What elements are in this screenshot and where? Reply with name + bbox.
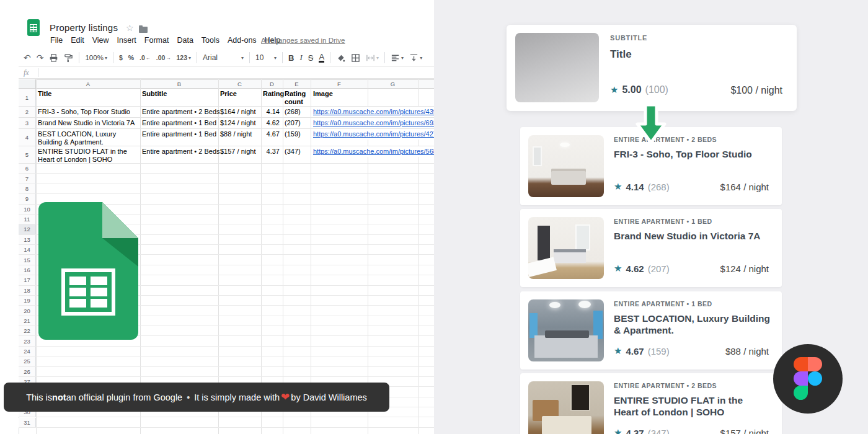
row-header[interactable]: 16 [19,265,36,275]
row-header[interactable]: 9 [19,194,36,203]
format-currency-button[interactable]: $ [119,54,123,61]
cell-subtitle[interactable]: Entire apartment • 1 Bed [140,118,218,128]
row-header[interactable]: 5 [19,146,36,163]
row-header[interactable]: 24 [19,347,36,356]
number-format-menu[interactable]: 123▾ [176,54,191,61]
print-button[interactable] [49,53,58,63]
row-header[interactable]: 19 [19,296,36,305]
col-header-c[interactable]: C [218,80,261,89]
row-header[interactable]: 23 [19,336,36,345]
increase-decimal-button[interactable]: .00→ [156,54,171,61]
cell-price[interactable]: $164 / night [218,107,261,117]
cell-rating[interactable]: 4.67 [261,129,281,140]
cell-image-link[interactable]: https://a0.muscache.com/im/pictures/4274… [311,129,434,140]
menu-tools[interactable]: Tools [202,36,219,45]
col-header-b[interactable]: B [140,80,218,89]
row-header[interactable]: 21 [19,316,36,326]
col-header-d[interactable]: D [261,80,283,89]
cell-rating[interactable]: 4.62 [261,118,281,128]
row-header[interactable]: 4 [19,129,36,146]
row-header[interactable]: 10 [19,205,36,214]
listing-card[interactable]: ENTIRE APARTMENT • 1 BED BEST LOCATION, … [520,291,782,370]
col-header-g[interactable]: G [368,80,418,89]
select-all-corner[interactable] [19,79,36,89]
cell-subtitle[interactable]: Entire apartment • 2 Beds [140,146,218,157]
listing-card[interactable]: ENTIRE APARTMENT • 2 BEDS ENTIRE STUDIO … [520,373,782,434]
col-header-a[interactable]: A [36,80,140,89]
zoom-select[interactable]: 100% ▾ [85,54,107,61]
fill-color-button[interactable] [336,53,345,63]
cell-subtitle-header[interactable]: Subtitle [140,89,218,99]
row-header[interactable]: 14 [19,245,36,254]
menu-file[interactable]: File [50,36,63,45]
merge-cells-button[interactable]: ▾ [366,53,379,63]
bold-button[interactable]: B [288,53,294,63]
row-header[interactable]: 17 [19,275,36,285]
row-header[interactable]: 7 [19,174,36,183]
listing-card[interactable]: ENTIRE APARTMENT • 1 BED Brand New Studi… [520,209,782,287]
cell-image-header[interactable]: Image [311,89,368,99]
row-header[interactable]: 31 [19,418,36,427]
cell-price-header[interactable]: Price [218,89,261,99]
decrease-decimal-button[interactable]: .0← [140,54,151,61]
cell-subtitle[interactable]: Entire apartment • 2 Beds [140,107,218,117]
row-header[interactable]: 20 [19,306,36,315]
cell-rating-count-header[interactable]: Rating count [283,89,311,107]
row-header[interactable]: 2 [19,107,36,117]
col-header-f[interactable]: F [311,80,368,89]
italic-button[interactable]: I [299,53,302,63]
cell-image-link[interactable]: https://a0.muscache.com/im/pictures/6934… [311,118,434,128]
paint-format-button[interactable] [64,53,73,63]
cell-image-link[interactable]: https://a0.muscache.com/im/pictures/5688… [311,146,434,157]
cell-rating[interactable]: 4.37 [261,146,281,157]
col-header-e[interactable]: E [283,80,311,89]
redo-button[interactable]: ↷ [37,53,44,63]
cell-rating-count[interactable]: (347) [283,146,311,157]
row-header[interactable]: 18 [19,286,36,295]
row-header[interactable]: 12 [19,224,36,234]
horizontal-align-button[interactable]: ▾ [391,53,404,63]
cell-subtitle[interactable]: Entire apartment • 1 Bed [140,129,218,140]
cell-rating-count[interactable]: (207) [283,118,311,128]
menu-data[interactable]: Data [177,36,193,45]
star-favorite-icon[interactable]: ☆ [126,23,134,33]
row-header[interactable]: 3 [19,118,36,128]
cell-price[interactable]: $157 / night [218,146,261,157]
row-header[interactable]: 22 [19,326,36,335]
row-header[interactable]: 25 [19,356,36,366]
menu-view[interactable]: View [92,36,109,45]
menu-format[interactable]: Format [144,36,169,45]
cell-title[interactable]: FRI-3 - Soho, Top Floor Studio [36,107,140,117]
borders-button[interactable] [351,53,360,63]
row-header[interactable]: 11 [19,215,36,224]
menu-edit[interactable]: Edit [71,36,84,45]
row-header[interactable]: 8 [19,184,36,193]
cell-rating[interactable]: 4.14 [261,107,281,117]
strikethrough-button[interactable]: S [308,53,314,63]
cell-image-link[interactable]: https://a0.muscache.com/im/pictures/4399… [311,107,434,117]
font-family-select[interactable]: Arial▾ [203,53,244,62]
row-header[interactable]: 15 [19,255,36,264]
cell-price[interactable]: $88 / night [218,129,261,140]
cell-title-header[interactable]: Title [36,89,140,99]
cell-title[interactable]: BEST LOCATION, Luxury Building & Apartme… [36,129,140,148]
row-header[interactable]: 6 [19,164,36,173]
row-header[interactable]: 26 [19,367,36,376]
menu-addons[interactable]: Add-ons [228,36,257,45]
cell-rating-count[interactable]: (159) [283,129,311,140]
text-color-button[interactable]: A [319,53,324,63]
folder-icon[interactable] [139,27,148,33]
doc-title[interactable]: Property listings [50,22,118,33]
vertical-align-button[interactable]: ▾ [409,53,422,63]
formula-bar[interactable]: fx [19,66,434,79]
cell-price[interactable]: $124 / night [218,118,261,128]
cell-rating-count[interactable]: (268) [283,107,311,117]
font-size-select[interactable]: 10▾ [255,53,277,62]
cell-rating-header[interactable]: Rating [261,89,283,99]
menu-insert[interactable]: Insert [117,36,136,45]
cell-title[interactable]: ENTIRE STUDIO FLAT in the Heart of Londo… [36,146,140,165]
template-card[interactable]: SUBTITLE Title ★ 5.00 (100) $100 / night [507,25,797,111]
cell-title[interactable]: Brand New Studio in Victoria 7A [36,118,140,128]
format-percent-button[interactable]: % [128,54,134,61]
row-header[interactable]: 1 [19,89,36,106]
